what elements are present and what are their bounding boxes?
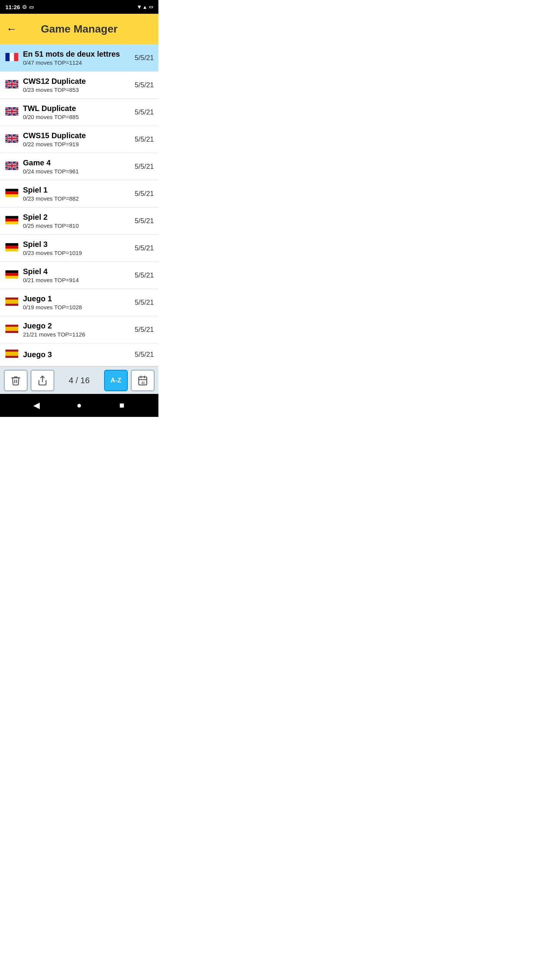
flag-uk: [5, 106, 19, 118]
flag-es: [5, 349, 19, 361]
flag-uk-icon: [5, 80, 18, 88]
flag-de: [5, 242, 19, 254]
game-date: 5/5/21: [135, 163, 154, 171]
flag-fr-icon: [5, 53, 18, 61]
game-name: Spiel 1: [23, 186, 132, 194]
page-indicator: 4 / 16: [57, 376, 101, 385]
nav-back-icon: ◀: [33, 400, 40, 410]
game-name: Spiel 2: [23, 213, 132, 222]
svg-rect-13: [5, 191, 18, 194]
game-date: 5/5/21: [135, 326, 154, 334]
flag-uk-icon: [5, 162, 18, 170]
flag-de: [5, 215, 19, 227]
game-meta: 0/22 moves TOP=919: [23, 141, 132, 147]
back-arrow-icon: ←: [6, 23, 17, 35]
flag-es-icon: [5, 325, 18, 333]
svg-rect-25: [5, 273, 18, 276]
list-item[interactable]: Juego 35/5/21: [0, 343, 158, 366]
flag-de-icon: [5, 216, 18, 224]
svg-rect-16: [5, 216, 18, 219]
game-date: 5/5/21: [135, 244, 154, 252]
list-item[interactable]: CWS12 Duplicate0/23 moves TOP=8535/5/21: [0, 72, 158, 99]
sort-az-button[interactable]: A-Z: [104, 370, 128, 391]
game-meta: 0/23 moves TOP=882: [23, 195, 132, 202]
flag-de: [5, 270, 19, 281]
delete-button[interactable]: [4, 370, 28, 391]
svg-rect-32: [5, 327, 18, 331]
game-info: CWS15 Duplicate0/22 moves TOP=919: [23, 131, 132, 147]
nav-home-button[interactable]: ●: [70, 396, 89, 415]
svg-rect-29: [5, 299, 18, 304]
game-date: 5/5/21: [135, 81, 154, 89]
status-right: ▾ ▲ ▭: [138, 3, 153, 10]
list-item[interactable]: Spiel 10/23 moves TOP=8825/5/21: [0, 180, 158, 207]
game-info: Game 40/24 moves TOP=961: [23, 158, 132, 175]
game-name: Juego 3: [23, 350, 132, 359]
back-button[interactable]: ←: [6, 23, 17, 35]
flag-es: [5, 297, 19, 309]
game-name: Juego 1: [23, 294, 132, 303]
game-info: CWS12 Duplicate0/23 moves TOP=853: [23, 77, 132, 93]
game-name: Juego 2: [23, 322, 132, 330]
list-item[interactable]: TWL Duplicate0/20 moves TOP=8855/5/21: [0, 99, 158, 126]
header: ← Game Manager: [0, 14, 158, 44]
flag-uk-icon: [5, 134, 18, 143]
svg-rect-1: [10, 53, 14, 61]
flag-uk: [5, 134, 19, 145]
flag-es-icon: [5, 350, 18, 358]
list-item[interactable]: Juego 10/19 moves TOP=10285/5/21: [0, 289, 158, 316]
list-item[interactable]: Spiel 20/25 moves TOP=8105/5/21: [0, 207, 158, 235]
list-item[interactable]: En 51 mots de deux lettres0/47 moves TOP…: [0, 44, 158, 72]
list-item[interactable]: Spiel 30/23 moves TOP=10195/5/21: [0, 235, 158, 262]
nav-back-button[interactable]: ◀: [27, 396, 46, 415]
nav-square-icon: ■: [119, 400, 124, 410]
flag-de-icon: [5, 270, 18, 279]
list-item[interactable]: CWS15 Duplicate0/22 moves TOP=9195/5/21: [0, 126, 158, 153]
game-meta: 21/21 moves TOP=1126: [23, 331, 132, 338]
game-date: 5/5/21: [135, 271, 154, 279]
game-name: CWS12 Duplicate: [23, 77, 132, 86]
game-list: En 51 mots de deux lettres0/47 moves TOP…: [0, 44, 158, 366]
page-title: Game Manager: [0, 23, 158, 35]
flag-uk-icon: [5, 107, 18, 116]
game-name: Spiel 4: [23, 267, 132, 276]
signal-icon: ▲: [142, 4, 147, 10]
game-info: Spiel 20/25 moves TOP=810: [23, 213, 132, 229]
game-meta: 0/47 moves TOP=1124: [23, 59, 132, 66]
status-bar: 11:26 ⊙ ▭ ▾ ▲ ▭: [0, 0, 158, 14]
flag-uk: [5, 79, 19, 91]
game-date: 5/5/21: [135, 190, 154, 198]
flag-de-icon: [5, 243, 18, 252]
game-info: Spiel 40/21 moves TOP=914: [23, 267, 132, 283]
calendar-icon: 31: [137, 375, 148, 386]
game-date: 5/5/21: [135, 108, 154, 116]
nav-bar: ◀ ● ■: [0, 394, 158, 417]
status-left: 11:26 ⊙ ▭: [5, 4, 34, 10]
game-info: Juego 10/19 moves TOP=1028: [23, 294, 132, 310]
share-button[interactable]: [31, 370, 54, 391]
svg-rect-22: [5, 248, 18, 251]
list-item[interactable]: Spiel 40/21 moves TOP=9145/5/21: [0, 262, 158, 289]
svg-rect-2: [14, 53, 18, 61]
game-name: TWL Duplicate: [23, 104, 132, 113]
flag-de-icon: [5, 189, 18, 197]
battery-icon: ▭: [149, 4, 153, 10]
game-name: Spiel 3: [23, 240, 132, 249]
status-icon-clipboard: ▭: [29, 4, 34, 10]
game-info: TWL Duplicate0/20 moves TOP=885: [23, 104, 132, 120]
sort-date-button[interactable]: 31: [131, 370, 155, 391]
nav-square-button[interactable]: ■: [112, 396, 131, 415]
list-item[interactable]: Juego 221/21 moves TOP=11265/5/21: [0, 316, 158, 343]
game-info: Juego 221/21 moves TOP=1126: [23, 322, 132, 338]
flag-es-icon: [5, 297, 18, 306]
svg-rect-20: [5, 243, 18, 246]
game-info: Juego 3: [23, 350, 132, 359]
svg-rect-26: [5, 276, 18, 278]
game-meta: 0/24 moves TOP=961: [23, 168, 132, 175]
status-icon-user: ⊙: [22, 4, 27, 10]
svg-rect-21: [5, 246, 18, 248]
list-item[interactable]: Game 40/24 moves TOP=9615/5/21: [0, 153, 158, 180]
svg-rect-35: [5, 352, 18, 356]
game-name: CWS15 Duplicate: [23, 131, 132, 140]
wifi-icon: ▾: [138, 3, 141, 10]
